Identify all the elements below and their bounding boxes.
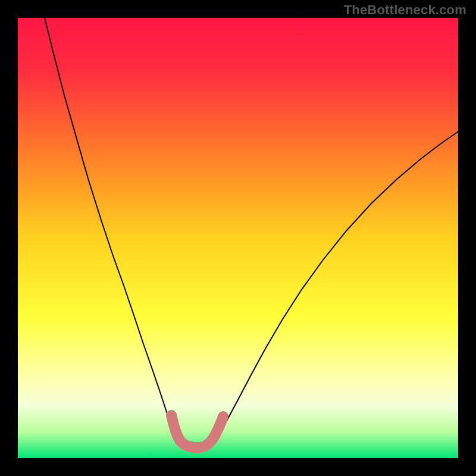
watermark-text: TheBottleneck.com: [344, 2, 466, 18]
gradient-bg: [18, 18, 458, 458]
chart-frame: TheBottleneck.com: [0, 0, 476, 476]
chart-svg: [18, 18, 458, 458]
plot-area: [18, 18, 458, 458]
